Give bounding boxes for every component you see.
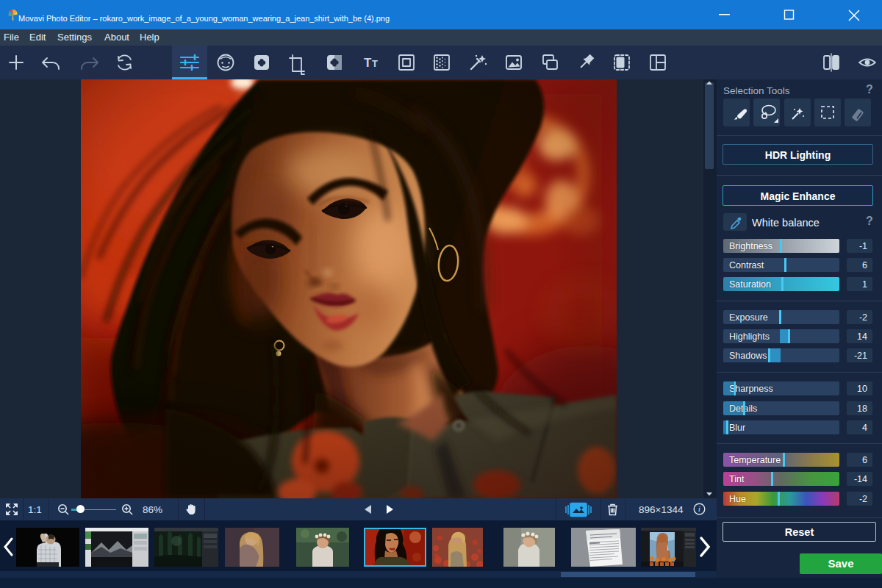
svg-text:T: T bbox=[364, 56, 372, 70]
svg-text:i: i bbox=[698, 505, 700, 513]
svg-text:T: T bbox=[372, 58, 378, 69]
